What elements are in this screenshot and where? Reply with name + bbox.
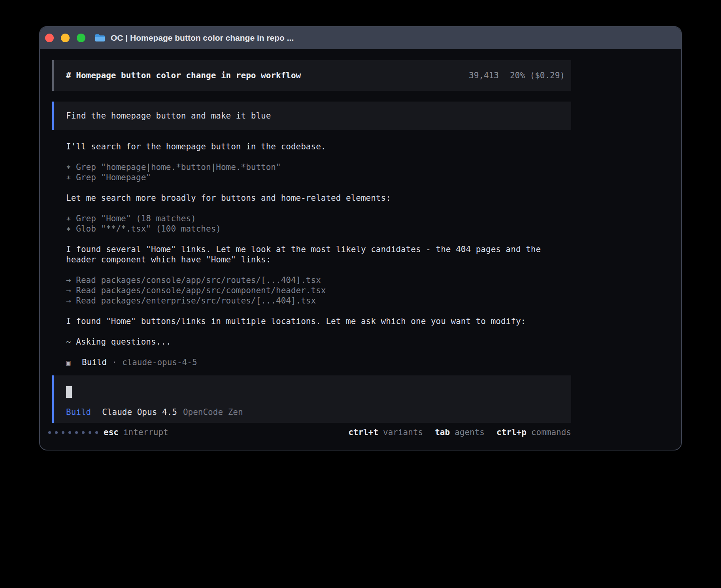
assistant-message: I found several "Home" links. Let me loo… [66, 244, 565, 265]
mode-indicator[interactable]: Build [66, 407, 91, 417]
status-bar-left: esc interrupt [48, 428, 168, 437]
user-message: Find the homepage button and make it blu… [52, 102, 571, 130]
user-message-text: Find the homepage button and make it blu… [66, 111, 271, 121]
tool-call-grep: ∗ Grep "Homepage" [66, 172, 565, 183]
shortcut-agents: tab agents [435, 428, 485, 437]
token-count: 39,413 [469, 71, 499, 80]
shortcut-key-ctrl-t: ctrl+t [348, 428, 378, 437]
prompt-input[interactable]: Build Claude Opus 4.5 OpenCode Zen [52, 375, 571, 423]
spinner-dot [48, 431, 51, 434]
agent-model: claude-opus-4-5 [122, 357, 197, 368]
spinner-dot [95, 431, 98, 434]
shortcut-label-interrupt: interrupt [123, 428, 168, 437]
tool-call-read: → Read packages/console/app/src/componen… [66, 285, 565, 296]
shortcut-key-ctrl-p: ctrl+p [496, 428, 527, 437]
shortcut-commands: ctrl+p commands [496, 428, 571, 437]
shortcut-label-agents: agents [455, 428, 485, 437]
shortcut-key-esc: esc [104, 428, 119, 437]
minimize-button[interactable] [61, 34, 70, 42]
assistant-message: I found "Home" buttons/links in multiple… [66, 316, 565, 326]
tool-call-read: → Read packages/enterprise/src/routes/[.… [66, 296, 565, 306]
status-bar-right: ctrl+t variants tab agents ctrl+p comman… [348, 428, 571, 437]
tool-call-group: → Read packages/console/app/src/routes/[… [66, 275, 565, 306]
session-stats: 39,413 20% ($0.29) [469, 71, 565, 80]
provider-name: OpenCode Zen [183, 407, 243, 417]
working-status: ~ Asking questions... [66, 337, 565, 347]
text-cursor [66, 386, 72, 398]
traffic-lights [45, 34, 85, 42]
spinner-dot [89, 431, 91, 434]
window-title: OC | Homepage button color change in rep… [111, 33, 294, 43]
tool-call-group: ∗ Grep "Home" (18 matches) ∗ Glob "**/*.… [66, 213, 565, 234]
close-button[interactable] [45, 34, 54, 42]
shortcut-key-tab: tab [435, 428, 450, 437]
spinner-dot [75, 431, 78, 434]
model-name[interactable]: Claude Opus 4.5 [102, 407, 177, 417]
status-bar: esc interrupt ctrl+t variants tab agents… [48, 427, 571, 437]
tool-call-group: ∗ Grep "homepage|home.*button|Home.*butt… [66, 162, 565, 183]
agent-name: Build [82, 357, 107, 368]
tool-call-glob: ∗ Glob "**/*.tsx" (100 matches) [66, 224, 565, 234]
spinner-dot [82, 431, 85, 434]
agent-icon: ▣ [66, 357, 75, 368]
window-title-group: OC | Homepage button color change in rep… [94, 33, 294, 43]
shortcut-variants: ctrl+t variants [348, 428, 423, 437]
context-usage: 20% ($0.29) [510, 71, 565, 80]
conversation-transcript: I'll search for the homepage button in t… [66, 141, 565, 368]
tool-call-grep: ∗ Grep "homepage|home.*button|Home.*butt… [66, 162, 565, 172]
agent-status-row: ▣ Build · claude-opus-4-5 [66, 357, 565, 368]
assistant-message: I'll search for the homepage button in t… [66, 141, 565, 152]
folder-icon [94, 34, 106, 42]
spinner-dot [68, 431, 71, 434]
zoom-button[interactable] [77, 34, 85, 42]
spinner-dot [62, 431, 64, 434]
session-header: # Homepage button color change in repo w… [52, 60, 571, 91]
tool-call-read: → Read packages/console/app/src/routes/[… [66, 275, 565, 285]
spinner-dots [48, 431, 102, 434]
input-meta-row: Build Claude Opus 4.5 OpenCode Zen [66, 407, 559, 417]
terminal-window: OC | Homepage button color change in rep… [39, 26, 682, 450]
spinner-dot [55, 431, 58, 434]
tool-call-grep: ∗ Grep "Home" (18 matches) [66, 213, 565, 224]
assistant-message: Let me search more broadly for buttons a… [66, 193, 565, 203]
window-titlebar: OC | Homepage button color change in rep… [40, 27, 681, 49]
agent-separator: · [112, 357, 117, 368]
shortcut-label-commands: commands [531, 428, 571, 437]
session-title: # Homepage button color change in repo w… [66, 71, 301, 80]
shortcut-label-variants: variants [383, 428, 423, 437]
